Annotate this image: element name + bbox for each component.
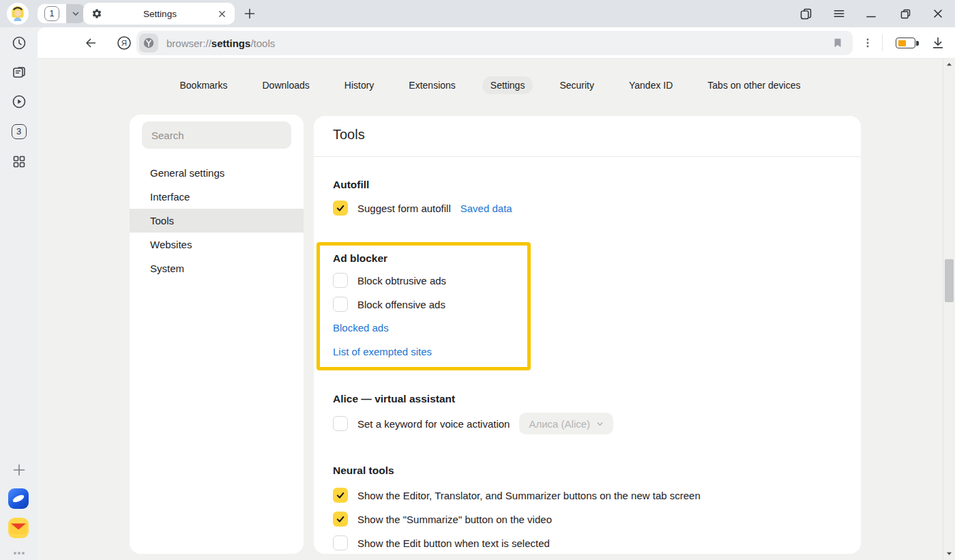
mail-app-button[interactable] xyxy=(8,518,29,538)
gear-icon xyxy=(91,8,102,19)
neural-tools-heading: Neural tools xyxy=(333,465,394,477)
yandex-home-button[interactable]: Я xyxy=(116,35,132,51)
block-offensive-row: Block offensive ads xyxy=(333,297,445,312)
tab-counter-button[interactable]: 1 xyxy=(38,4,66,23)
title-divider xyxy=(314,156,861,157)
scroll-down-arrow-icon[interactable] xyxy=(946,552,952,556)
neural-row-1: Show the Editor, Translator, and Summari… xyxy=(333,488,701,503)
nav-tab-downloads[interactable]: Downloads xyxy=(254,76,318,94)
alice-keyword-row: Set a keyword for voice activation Алиса… xyxy=(333,413,613,434)
block-obtrusive-checkbox[interactable] xyxy=(333,273,348,288)
add-panel-button[interactable] xyxy=(10,461,27,478)
settings-page: Bookmarks Downloads History Extensions S… xyxy=(38,59,955,560)
search-input[interactable]: Search xyxy=(142,121,291,149)
autofill-heading: Autofill xyxy=(333,179,369,191)
sidebar-item-general[interactable]: General settings xyxy=(130,161,304,185)
profile-avatar[interactable] xyxy=(7,3,29,25)
side-panel-button[interactable] xyxy=(797,5,814,22)
sidebar-item-system[interactable]: System xyxy=(130,256,304,280)
active-tab[interactable]: Settings xyxy=(83,3,235,25)
nav-tab-yandex-id[interactable]: Yandex ID xyxy=(621,76,681,94)
show-edit-button-checkbox[interactable] xyxy=(333,535,348,550)
nav-tab-extensions[interactable]: Extensions xyxy=(400,76,463,94)
show-editor-buttons-checkbox[interactable] xyxy=(333,488,348,503)
tab-title: Settings xyxy=(102,9,218,19)
back-button[interactable] xyxy=(83,35,99,51)
url-text: browser://settings/tools xyxy=(166,38,275,49)
restore-button[interactable] xyxy=(897,5,913,22)
plus-icon xyxy=(12,462,27,477)
battery-fill xyxy=(898,40,906,46)
site-badge[interactable] xyxy=(139,33,158,53)
yandex-browser-app-button[interactable] xyxy=(8,488,29,509)
nav-tab-bookmarks[interactable]: Bookmarks xyxy=(171,76,235,94)
close-icon xyxy=(932,8,944,20)
suggest-autofill-checkbox[interactable] xyxy=(333,201,348,216)
hamburger-menu-icon xyxy=(832,7,846,20)
side-strip: 3 xyxy=(0,27,38,560)
show-summarize-video-checkbox[interactable] xyxy=(333,512,348,527)
articles-icon xyxy=(11,64,27,80)
svg-text:Я: Я xyxy=(121,39,127,47)
play-circle-icon xyxy=(11,93,27,110)
more-apps-button[interactable] xyxy=(10,544,27,560)
block-obtrusive-row: Block obtrusive ads xyxy=(333,273,446,288)
show-edit-button-label: Show the Edit button when text is select… xyxy=(357,537,550,549)
browser-menu-button[interactable] xyxy=(831,5,847,22)
tab-list-dropdown-button[interactable] xyxy=(66,4,85,23)
nav-tab-settings[interactable]: Settings xyxy=(482,76,533,94)
browser-window: 1 Settings xyxy=(0,0,955,560)
tabs-panel-button[interactable]: 3 xyxy=(10,123,27,140)
block-offensive-checkbox[interactable] xyxy=(333,297,348,312)
kebab-menu-icon xyxy=(862,38,873,48)
battery-saver-button[interactable] xyxy=(896,38,919,48)
tab-close-icon[interactable] xyxy=(218,10,226,18)
checkmark-icon xyxy=(336,490,345,500)
tab-group-control: 1 xyxy=(38,4,85,23)
sidebar-item-websites[interactable]: Websites xyxy=(130,233,304,256)
alice-keyword-dropdown[interactable]: Алиса (Alice) xyxy=(519,413,613,434)
url-scheme: browser:// xyxy=(166,38,211,49)
page-scrollbar[interactable] xyxy=(943,59,955,560)
ad-blocker-heading: Ad blocker xyxy=(333,252,387,265)
video-button[interactable] xyxy=(10,93,27,110)
clock-icon xyxy=(11,35,27,51)
services-button[interactable] xyxy=(10,153,27,170)
url-path: /tools xyxy=(250,38,275,49)
minimize-icon xyxy=(865,8,877,20)
scroll-up-arrow-icon[interactable] xyxy=(946,62,952,66)
neural-row-3: Show the Edit button when text is select… xyxy=(333,535,550,550)
alice-keyword-label: Set a keyword for voice activation xyxy=(357,418,510,430)
neural-row-2: Show the "Summarize" button on the video xyxy=(333,512,552,527)
alice-keyword-checkbox[interactable] xyxy=(333,416,348,431)
nav-tab-other-devices[interactable]: Tabs on other devices xyxy=(699,76,808,94)
address-bar[interactable]: browser://settings/tools xyxy=(136,31,853,55)
exempted-sites-link[interactable]: List of exempted sites xyxy=(333,346,432,357)
blocked-ads-link[interactable]: Blocked ads xyxy=(333,322,389,334)
minimize-button[interactable] xyxy=(863,5,879,22)
feed-button[interactable] xyxy=(10,63,27,80)
search-placeholder: Search xyxy=(151,130,184,141)
alice-dropdown-value: Алиса (Alice) xyxy=(529,418,590,430)
plus-icon xyxy=(244,8,256,20)
close-window-button[interactable] xyxy=(930,5,946,22)
sidebar-item-tools[interactable]: Tools xyxy=(130,209,304,233)
download-icon xyxy=(930,35,945,50)
battery-nub xyxy=(916,41,919,46)
page-title: Tools xyxy=(333,127,365,143)
sidebar-item-interface[interactable]: Interface xyxy=(130,185,304,209)
yandex-ya-icon: Я xyxy=(116,35,132,51)
extensions-kebab-button[interactable] xyxy=(860,35,876,51)
block-obtrusive-label: Block obtrusive ads xyxy=(357,275,446,286)
new-tab-button[interactable] xyxy=(241,5,258,22)
history-button[interactable] xyxy=(10,34,27,51)
autofill-row: Suggest form autofill Saved data xyxy=(333,201,512,216)
bookmark-flag-icon[interactable] xyxy=(832,37,844,49)
browser-logo-swoosh xyxy=(12,493,25,503)
scrollbar-thumb[interactable] xyxy=(945,259,954,302)
mail-icon xyxy=(8,518,29,538)
nav-tab-history[interactable]: History xyxy=(336,76,383,94)
saved-data-link[interactable]: Saved data xyxy=(460,203,512,214)
nav-tab-security[interactable]: Security xyxy=(551,76,602,94)
downloads-button[interactable] xyxy=(930,35,946,51)
